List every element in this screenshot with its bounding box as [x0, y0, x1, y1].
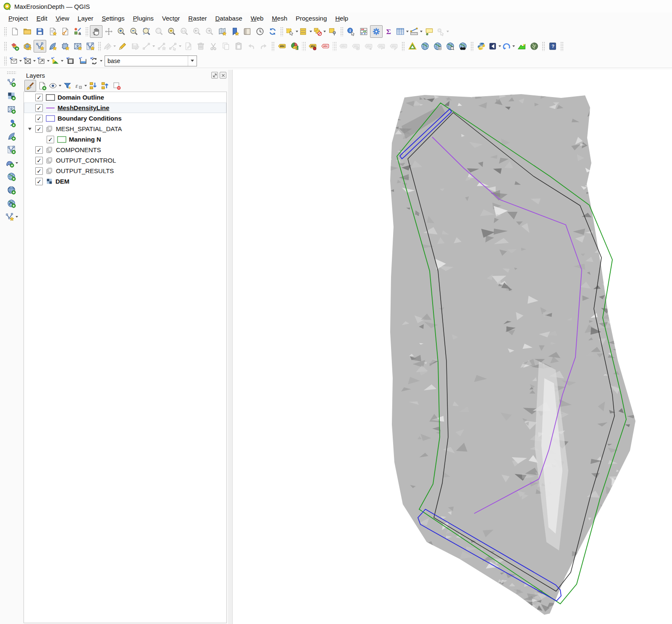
- add-vector-layer-button[interactable]: [5, 76, 18, 89]
- filter-legend-button[interactable]: [62, 80, 74, 92]
- temporal-controller-button[interactable]: [254, 25, 266, 38]
- terrain-shading-plugin-button[interactable]: [515, 40, 528, 53]
- save-project-button[interactable]: [34, 25, 46, 38]
- layer-checkbox[interactable]: ✓: [35, 146, 43, 154]
- water-level-tool-button[interactable]: [76, 55, 89, 67]
- metasearch-catalog-button[interactable]: [406, 40, 419, 53]
- menu-help[interactable]: Help: [331, 13, 352, 23]
- layer-checkbox[interactable]: ✓: [35, 178, 43, 185]
- layer-checkbox[interactable]: ✓: [35, 94, 43, 101]
- add-wms-layer-button[interactable]: [419, 40, 431, 53]
- dropdown-caret-icon[interactable]: [19, 60, 22, 62]
- identify-features-button[interactable]: i: [345, 25, 357, 38]
- show-statistics-button[interactable]: Σ: [383, 25, 395, 38]
- pan-to-selection-button[interactable]: [102, 25, 115, 38]
- layer-item-output-results[interactable]: ✓OUTPUT_RESULTS: [24, 166, 226, 176]
- zoom-full-button[interactable]: [140, 25, 153, 38]
- show-layout-manager-button[interactable]: [59, 25, 71, 38]
- show-spatial-bookmarks-button[interactable]: [228, 25, 241, 38]
- dropdown-caret-icon[interactable]: [323, 31, 326, 32]
- new-project-button[interactable]: [8, 25, 21, 38]
- collapse-all-button[interactable]: [99, 80, 111, 92]
- deselect-features-button[interactable]: [312, 25, 326, 38]
- dropdown-caret-icon[interactable]: [113, 45, 116, 47]
- osm-place-search-button[interactable]: [457, 40, 469, 53]
- open-attribute-table-button[interactable]: [395, 25, 409, 38]
- dropdown-caret-icon[interactable]: [16, 162, 18, 164]
- toggle-editing-button[interactable]: [116, 40, 129, 53]
- open-layer-styling-panel-button[interactable]: [24, 80, 36, 92]
- new-print-layout-button[interactable]: [46, 25, 59, 38]
- dropdown-caret-icon[interactable]: [296, 31, 298, 32]
- panel-splitter[interactable]: [228, 70, 232, 624]
- select-by-value-button[interactable]: [299, 25, 312, 38]
- dropdown-caret-icon[interactable]: [406, 31, 409, 32]
- layer-checkbox[interactable]: ✓: [35, 157, 43, 164]
- new-spatial-bookmark-button[interactable]: [216, 25, 228, 38]
- scenario-selector[interactable]: base: [105, 55, 197, 66]
- map-canvas[interactable]: [232, 70, 672, 624]
- dropdown-caret-icon[interactable]: [61, 60, 63, 62]
- layer-checkbox[interactable]: ✓: [35, 104, 43, 112]
- dropdown-caret-icon[interactable]: [310, 31, 312, 32]
- statistical-summary-button[interactable]: [357, 25, 370, 38]
- python-console-button[interactable]: [475, 40, 488, 53]
- add-wms-wmts-layer-button[interactable]: [5, 170, 18, 183]
- dropdown-caret-icon[interactable]: [100, 60, 102, 62]
- layer-labeling-options-button[interactable]: abc: [276, 40, 289, 53]
- layer-item-domain-outline[interactable]: ✓Domain Outline: [24, 92, 226, 103]
- layer-item-output-control[interactable]: ✓OUTPUT_CONTROL: [24, 155, 226, 166]
- expander-icon[interactable]: [28, 128, 32, 130]
- float-panel-icon[interactable]: [211, 72, 218, 79]
- select-features-button[interactable]: [285, 25, 299, 38]
- plugin-reloader-button[interactable]: [501, 40, 515, 53]
- new-virtual-layer-button[interactable]: [71, 40, 84, 53]
- new-geopackage-layer-button[interactable]: [21, 40, 34, 53]
- dropdown-caret-icon[interactable]: [512, 45, 515, 47]
- animation-tool-button[interactable]: [64, 55, 76, 67]
- measure-line-button[interactable]: [409, 25, 423, 38]
- dropdown-caret-icon[interactable]: [446, 31, 449, 32]
- vegetation-plugin-button[interactable]: [528, 40, 541, 53]
- new-temporary-scratch-layer-button[interactable]: [34, 40, 46, 53]
- tin-style-tool-button[interactable]: [50, 55, 64, 67]
- remove-layer-group-button[interactable]: [111, 80, 123, 92]
- export-tool-button[interactable]: [36, 55, 50, 67]
- layer-item-manning-n[interactable]: ✓Manning N: [24, 134, 226, 145]
- open-project-button[interactable]: [21, 25, 34, 38]
- dropdown-caret-icon[interactable]: [84, 85, 87, 87]
- data-source-manager-button[interactable]: [8, 40, 21, 53]
- zoom-in-button[interactable]: [115, 25, 128, 38]
- dropdown-caret-icon[interactable]: [59, 85, 61, 87]
- menu-processing[interactable]: Processing: [291, 13, 331, 23]
- dropdown-caret-icon[interactable]: [152, 45, 155, 47]
- add-raster-layer-button[interactable]: [5, 90, 18, 102]
- menu-vector[interactable]: Vector: [158, 13, 184, 23]
- zoom-to-layer-button[interactable]: [165, 25, 178, 38]
- menu-settings[interactable]: Settings: [97, 13, 129, 23]
- layer-checkbox[interactable]: ✓: [35, 167, 43, 175]
- layer-checkbox[interactable]: ✓: [35, 115, 43, 122]
- layer-item-meshdensityline[interactable]: ✓MeshDensityLine: [24, 103, 226, 113]
- chevron-down-icon[interactable]: [188, 56, 197, 66]
- search-geodata-button[interactable]: [444, 40, 457, 53]
- layer-item-dem[interactable]: ✓DEM: [24, 176, 226, 187]
- add-xyz-tiles-button[interactable]: [431, 40, 444, 53]
- code-editor-plugin-button[interactable]: [488, 40, 501, 53]
- menu-layer[interactable]: Layer: [74, 13, 98, 23]
- menu-project[interactable]: Project: [4, 13, 32, 23]
- menu-edit[interactable]: Edit: [32, 13, 52, 23]
- pan-map-button[interactable]: [90, 25, 102, 38]
- zoom-out-button[interactable]: [128, 25, 140, 38]
- layer-item-mesh-spatial-data[interactable]: ✓MESH_SPATIAL_DATA: [24, 124, 226, 134]
- new-mesh-layer-button[interactable]: [59, 40, 71, 53]
- processing-toolbox-button[interactable]: [370, 25, 383, 38]
- add-spatialite-layer-button[interactable]: [5, 130, 18, 142]
- menu-web[interactable]: Web: [247, 13, 268, 23]
- help-contents-button[interactable]: ?: [546, 40, 559, 53]
- menu-mesh[interactable]: Mesh: [268, 13, 291, 23]
- dropdown-caret-icon[interactable]: [47, 60, 50, 62]
- add-wcs-layer-button[interactable]: [5, 184, 18, 196]
- add-virtual-layer-button[interactable]: [5, 143, 18, 156]
- layer-item-components[interactable]: ✓COMPONENTS: [24, 145, 226, 155]
